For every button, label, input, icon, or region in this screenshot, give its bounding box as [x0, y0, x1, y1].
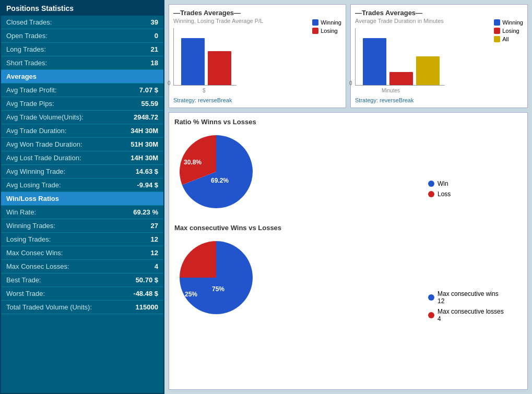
stat-value: 115000: [136, 303, 158, 311]
pie1-win-label: 69.2%: [211, 177, 229, 184]
chart1-strategy: Strategy: reverseBreak: [173, 97, 341, 103]
stat-value: 4: [155, 262, 158, 270]
stat-value: -9.94 $: [137, 181, 158, 189]
stat-label: Winning Trades:: [6, 222, 55, 230]
stat-label: Losing Trades:: [6, 235, 51, 243]
pie2-svg: [174, 236, 258, 319]
stat-row: Winning Trades:27: [1, 219, 163, 233]
pie1-legend-win: Win: [428, 180, 522, 187]
stat-row: Worst Trade:-48.48 $: [1, 287, 163, 301]
stat-value: 51H 30M: [131, 140, 158, 148]
pie2-win-label-line2: 12: [438, 297, 499, 305]
stat-label: Max Consec Wins:: [6, 249, 63, 257]
stat-label: Total Traded Volume (Units):: [6, 303, 92, 311]
pie1-loss-dot: [428, 191, 434, 197]
stat-label: Avg Lost Trade Duration:: [6, 154, 81, 162]
top-charts-row: —Trades Averages— Winning, Losing Trade …: [169, 4, 528, 108]
stat-value: 0: [155, 32, 158, 40]
axis-label-1: $: [203, 88, 206, 93]
stat-row: Max Consec Wins:12: [1, 246, 163, 260]
pie-section-1: Ratio % Winns vs Losses 69.2% 30: [174, 118, 423, 213]
stat-value: 12: [151, 249, 158, 257]
stat-row: Avg Won Trade Duration:51H 30M: [1, 138, 163, 151]
stat-label: Avg Trade Volume(Units):: [6, 113, 84, 121]
stat-row: Open Trades:0: [1, 29, 163, 43]
stat-label: Avg Losing Trade:: [6, 181, 61, 189]
bar-chart-2: 0 Minutes: [355, 28, 445, 86]
pie-section-2: Max consecutive Wins vs Losses 75% 25%: [174, 224, 423, 319]
bar-loss-2: [389, 72, 413, 85]
pie1-legend-loss: Loss: [428, 190, 522, 198]
zero-label-1: 0: [168, 80, 171, 86]
stat-row: Avg Winning Trade:14.63 $: [1, 165, 163, 178]
stat-label: Long Trades:: [6, 45, 46, 53]
pie2-win-dot: [428, 294, 434, 301]
stat-value: 18: [151, 59, 158, 67]
bar-win-1: [181, 38, 205, 85]
legend-dot-all-2: [494, 36, 500, 42]
legend-win-2: Winning: [494, 19, 523, 26]
pie1-title: Ratio % Winns vs Losses: [174, 118, 256, 126]
stat-row: Long Trades:21: [1, 43, 163, 56]
bar-chart-1: 0 $: [173, 28, 237, 86]
legend-column: Win Loss Max consecutive wins 12: [428, 118, 522, 384]
stat-value: 27: [151, 222, 158, 230]
zero-label-2: 0: [349, 80, 352, 86]
stat-row: Short Trades:18: [1, 56, 163, 70]
stat-label: Best Trade:: [6, 276, 41, 284]
stat-row: Win Rate:69.23 %: [1, 206, 163, 219]
stat-row: Avg Trade Volume(Units):2948.72: [1, 111, 163, 124]
bar-group-1: [181, 38, 231, 85]
panel-title: Positions Statistics: [1, 1, 163, 16]
stat-label: Worst Trade:: [6, 290, 45, 297]
stat-row: Max Consec Losses:4: [1, 260, 163, 273]
section-averages: Averages: [1, 70, 163, 83]
pie2-loss-label-line2: 4: [438, 315, 504, 323]
stat-value: 39: [151, 18, 158, 26]
pie2-loss-slice: [180, 241, 216, 278]
stat-label: Avg Winning Trade:: [6, 168, 65, 175]
stat-row: Avg Trade Pips:55.59: [1, 97, 163, 111]
pie-column: Ratio % Winns vs Losses 69.2% 30: [174, 118, 423, 384]
stat-label: Max Consec Losses:: [6, 262, 69, 270]
stat-value: 34H 30M: [131, 127, 158, 135]
pie2-legend-loss: Max consecutive losses 4: [428, 308, 522, 323]
stat-label: Avg Trade Pips:: [6, 100, 54, 108]
right-panel: —Trades Averages— Winning, Losing Trade …: [164, 0, 532, 394]
pie2-loss-dot: [428, 312, 434, 318]
legend-win-1: Winning: [312, 19, 341, 26]
axis-label-2: Minutes: [382, 88, 400, 93]
chart1-title: —Trades Averages—: [173, 9, 341, 17]
stat-value: 14H 30M: [131, 154, 158, 162]
bar-loss-1: [208, 51, 231, 85]
stat-label: Closed Trades:: [6, 18, 52, 26]
bar-all-2: [416, 56, 440, 85]
legend-dot-loss-2: [494, 28, 500, 34]
bar-group-2: [363, 38, 440, 85]
stat-value: 50.70 $: [136, 276, 158, 284]
stat-value: 21: [151, 45, 158, 53]
stat-label: Win Rate:: [6, 208, 36, 216]
pie2-loss-label: 25%: [185, 291, 197, 298]
pie2-title: Max consecutive Wins vs Losses: [174, 224, 281, 232]
pie2-loss-label-line1: Max consecutive losses: [438, 308, 504, 315]
pie2-legend-win: Max consecutive wins 12: [428, 290, 522, 305]
stat-value: 7.07 $: [139, 86, 158, 94]
legend-all-2: All: [494, 36, 523, 42]
stat-label: Avg Trade Duration:: [6, 127, 66, 135]
bar-win-2: [363, 38, 386, 85]
pie1-svg: [174, 130, 258, 213]
pie2-legend: Max consecutive wins 12 Max consecutive …: [428, 290, 522, 323]
pie1-loss-label: 30.8%: [184, 159, 202, 166]
stat-value: 2948.72: [134, 113, 158, 121]
pie1-win-dot: [428, 181, 434, 187]
chart-pl: —Trades Averages— Winning, Losing Trade …: [169, 4, 346, 108]
stat-value: 14.63 $: [136, 168, 158, 175]
chart2-strategy: Strategy: reverseBreak: [355, 97, 523, 103]
stat-row: Closed Trades:39: [1, 16, 163, 29]
stat-row: Total Traded Volume (Units):115000: [1, 301, 163, 314]
stat-value: 55.59: [141, 100, 158, 108]
chart1-legend: Winning Losing: [312, 19, 341, 34]
pie2-win-label-line1: Max consecutive wins: [438, 290, 499, 297]
chart-duration: —Trades Averages— Average Trade Duration…: [350, 4, 528, 108]
